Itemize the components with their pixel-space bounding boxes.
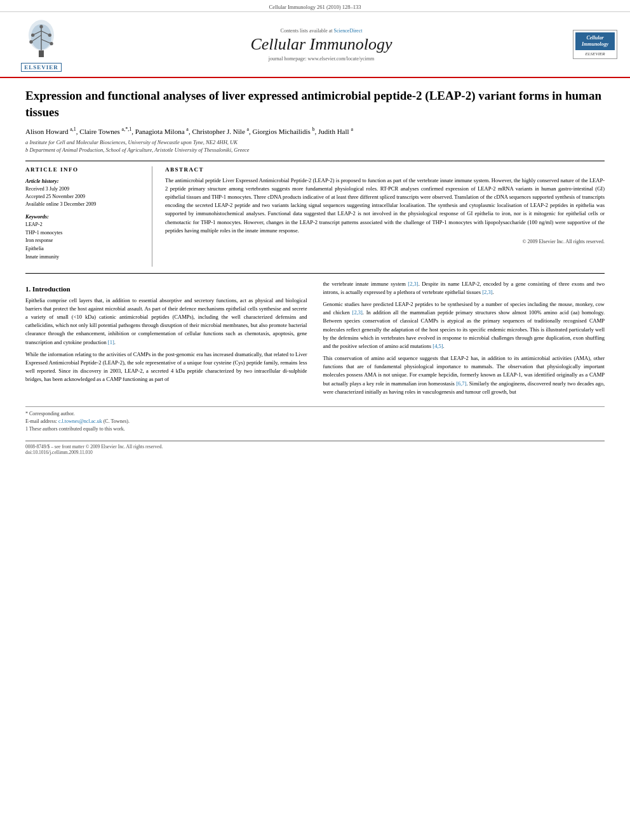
corresponding-author-note: * Corresponding author. <box>25 410 605 418</box>
article-title: Expression and functional analyses of li… <box>25 88 605 120</box>
ref-2-3a[interactable]: [2,3] <box>408 281 418 287</box>
authors-text: Alison Howard a,1, Claire Townes a,*,1, … <box>25 128 353 135</box>
journal-header-band: ELSEVIER Contents lists available at Sci… <box>0 12 630 78</box>
article-main: Expression and functional analyses of li… <box>0 78 630 468</box>
sciencedirect-link-text: Contents lists available at ScienceDirec… <box>70 28 573 34</box>
journal-mini-logo: CellularImmunology <box>575 32 615 51</box>
intro-para-2: While the information relating to the ac… <box>25 350 307 384</box>
journal-logo-subtitle: ELSEVIER <box>575 51 615 57</box>
abstract-heading: ABSTRACT <box>165 166 605 173</box>
right-para-3: This conservation of amino acid sequence… <box>323 354 605 396</box>
author-email-link[interactable]: c.l.townes@ncl.ac.uk <box>58 418 104 424</box>
journal-logo-right: CellularImmunology ELSEVIER <box>573 30 617 60</box>
ref-1[interactable]: [1] <box>108 339 114 345</box>
svg-point-12 <box>39 25 43 28</box>
right-para-2: Genomic studies have predicted LEAP-2 pe… <box>323 300 605 350</box>
available-date: Available online 3 December 2009 <box>25 201 142 208</box>
journal-citation-text: Cellular Immunology 261 (2010) 128–133 <box>269 4 361 10</box>
keywords-label: Keywords: <box>25 213 142 220</box>
article-info-heading: ARTICLE INFO <box>25 166 142 173</box>
keywords-section: Keywords: LEAP-2 THP-1 monocytes Iron re… <box>25 213 142 262</box>
section-number: 1. <box>25 285 30 293</box>
svg-point-10 <box>31 34 34 37</box>
body-left-column: 1. Introduction Epithelia comprise cell … <box>25 280 307 400</box>
keyword-5: Innate immunity <box>25 253 142 262</box>
abstract-column: ABSTRACT The antimicrobial peptide Liver… <box>165 166 605 267</box>
journal-homepage-url: journal homepage: www.elsevier.com/locat… <box>70 56 573 62</box>
footnotes: * Corresponding author. E-mail address: … <box>25 406 605 433</box>
footer-bar: 0008-8749/$ – see front matter © 2009 El… <box>25 441 605 455</box>
affiliation-a: a Institute for Cell and Molecular Biosc… <box>25 139 605 147</box>
svg-point-9 <box>50 42 53 45</box>
body-two-col: 1. Introduction Epithelia comprise cell … <box>25 280 605 400</box>
svg-point-8 <box>29 40 32 43</box>
ref-4-5[interactable]: [4,5] <box>432 343 443 349</box>
received-date: Received 3 July 2009 <box>25 185 142 193</box>
journal-title: Cellular Immunology <box>70 35 573 54</box>
journal-title-block: Contents lists available at ScienceDirec… <box>70 28 573 62</box>
section-title: Introduction <box>32 285 70 293</box>
footer-issn: 0008-8749/$ – see front matter © 2009 El… <box>25 444 605 450</box>
intro-para-1: Epithelia comprise cell layers that, in … <box>25 297 307 347</box>
journal-citation-bar: Cellular Immunology 261 (2010) 128–133 <box>0 0 630 12</box>
keyword-4: Epithelia <box>25 245 142 253</box>
keyword-2: THP-1 monocytes <box>25 229 142 237</box>
body-right-column: the vertebrate innate immune system [2,3… <box>323 280 605 400</box>
article-info-column: ARTICLE INFO Article history: Received 3… <box>25 166 152 267</box>
keyword-1: LEAP-2 <box>25 221 142 229</box>
right-para-1: the vertebrate innate immune system [2,3… <box>323 280 605 297</box>
abstract-text: The antimicrobial peptide Liver Expresse… <box>165 177 605 235</box>
elsevier-wordmark: ELSEVIER <box>21 63 62 72</box>
sciencedirect-link[interactable]: ScienceDirect <box>334 28 363 34</box>
affiliations: a Institute for Cell and Molecular Biosc… <box>25 139 605 154</box>
ref-6-7[interactable]: [6,7] <box>456 380 466 387</box>
equal-contribution-note: 1 These authors contributed equally to t… <box>25 425 605 433</box>
ref-2-3b[interactable]: [2,3] <box>482 289 492 295</box>
article-history: Article history: Received 3 July 2009 Ac… <box>25 178 142 208</box>
section-divider <box>25 273 605 274</box>
svg-point-11 <box>48 34 51 37</box>
elsevier-tree-icon <box>16 17 67 62</box>
info-abstract-section: ARTICLE INFO Article history: Received 3… <box>25 161 605 267</box>
keyword-3: Iron response <box>25 237 142 245</box>
ref-2-3c[interactable]: [2,3] <box>352 309 363 316</box>
footer-doi: doi:10.1016/j.cellimm.2009.11.010 <box>25 450 605 455</box>
authors-line: Alison Howard a,1, Claire Townes a,*,1, … <box>25 126 605 135</box>
accepted-date: Accepted 25 November 2009 <box>25 193 142 201</box>
affiliation-b: b Department of Animal Production, Schoo… <box>25 147 605 154</box>
intro-heading: 1. Introduction <box>25 285 307 293</box>
keywords-list: LEAP-2 THP-1 monocytes Iron response Epi… <box>25 221 142 262</box>
copyright-line: © 2009 Elsevier Inc. All rights reserved… <box>165 239 605 244</box>
email-note: E-mail address: c.l.townes@ncl.ac.uk (C.… <box>25 418 605 425</box>
svg-rect-0 <box>39 50 44 57</box>
body-section: 1. Introduction Epithelia comprise cell … <box>25 280 605 400</box>
history-label: Article history: <box>25 178 142 184</box>
elsevier-logo-left: ELSEVIER <box>13 17 70 72</box>
